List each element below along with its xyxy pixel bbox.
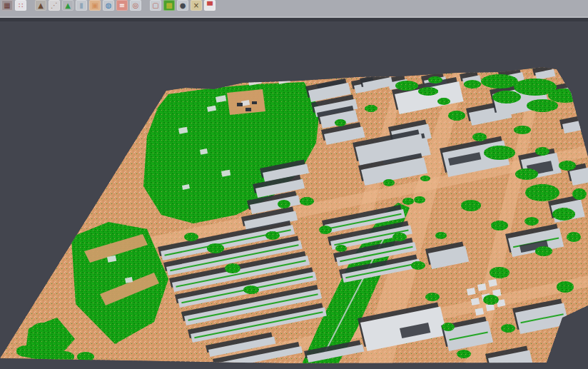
layer-stack-icon[interactable]: ≡	[116, 0, 128, 11]
application-window: ▦∷▲⋰▲▮▣◍≡◎▢▩●×▀	[0, 0, 588, 369]
toolbar-separator	[143, 0, 148, 11]
viewport-3d[interactable]	[0, 21, 588, 369]
flag-red-icon[interactable]: ▀	[204, 0, 216, 11]
toolbar: ▦∷▲⋰▲▮▣◍≡◎▢▩●×▀	[0, 0, 588, 16]
mesh-maroon-icon[interactable]: ▦	[1, 0, 13, 11]
colormap-icon[interactable]: ▩	[163, 0, 175, 11]
circle-select-icon[interactable]: ◎	[130, 0, 141, 11]
profile-column-icon[interactable]: ▮	[76, 0, 87, 11]
terrain-layers	[0, 21, 588, 369]
measure-x-icon[interactable]: ×	[191, 0, 202, 11]
toolbar-separator	[29, 0, 33, 11]
globe-icon[interactable]: ◍	[103, 0, 114, 11]
rect-select-icon[interactable]: ▢	[150, 0, 161, 11]
dem-tile-icon[interactable]: ▣	[89, 0, 101, 11]
vegetation-terrain-icon[interactable]: ▲	[62, 0, 74, 11]
terrain-mound-icon[interactable]: ▲	[35, 0, 46, 11]
terrain-mesh[interactable]	[0, 21, 588, 369]
classify-points-icon[interactable]: ∷	[15, 0, 26, 11]
dark-sphere-icon[interactable]: ●	[177, 0, 188, 11]
terrain-scene	[0, 21, 588, 369]
sparse-points-icon[interactable]: ⋰	[49, 0, 60, 11]
